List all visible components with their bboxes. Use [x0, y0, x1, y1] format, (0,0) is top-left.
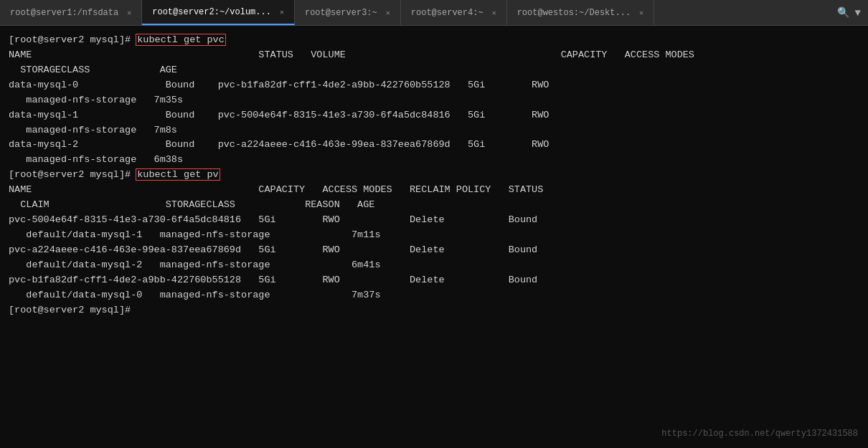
- terminal-line-13: pvc-5004e64f-8315-41e3-a730-6f4a5dc84816…: [9, 213, 859, 228]
- terminal-line-12: CLAIM STORAGECLASS REASON AGE: [9, 198, 859, 213]
- terminal-line-9: managed-nfs-storage 6m38s: [9, 153, 859, 168]
- tab-label: root@server1:/nfsdata: [10, 8, 118, 18]
- terminal[interactable]: [root@server2 mysql]# kubectl get pvc NA…: [0, 26, 868, 448]
- terminal-line-15: pvc-a224aeee-c416-463e-99ea-837eea67869d…: [9, 243, 859, 258]
- terminal-line-16: default/data-mysql-2 managed-nfs-storage…: [9, 258, 859, 273]
- tab-bar: root@server1:/nfsdata ✕ root@server2:~/v…: [0, 0, 868, 26]
- search-icon[interactable]: 🔍: [837, 6, 849, 19]
- cmd-get-pvc: kubectl get pvc: [136, 34, 225, 45]
- prompt-3: [root@server2 mysql]#: [9, 305, 136, 315]
- tab-label: root@server4:~: [411, 8, 483, 18]
- tab-server3[interactable]: root@server3:~ ✕: [295, 0, 401, 25]
- tab-icons: 🔍 ▼: [830, 0, 868, 25]
- tab-westos[interactable]: root@westos:~/Deskt... ✕: [507, 0, 654, 25]
- tab-label: root@server2:~/volum...: [152, 7, 271, 17]
- watermark: https://blog.csdn.net/qwerty1372431588: [661, 427, 858, 441]
- terminal-line-5: managed-nfs-storage 7m35s: [9, 93, 859, 108]
- terminal-line-6: data-mysql-1 Bound pvc-5004e64f-8315-41e…: [9, 108, 859, 123]
- prompt: [root@server2 mysql]#: [9, 34, 136, 45]
- tab-label: root@server3:~: [305, 8, 377, 18]
- cmd-get-pv: kubectl get pv: [136, 169, 219, 180]
- terminal-line-14: default/data-mysql-1 managed-nfs-storage…: [9, 228, 859, 243]
- terminal-line-7: managed-nfs-storage 7m8s: [9, 123, 859, 138]
- prompt-2: [root@server2 mysql]#: [9, 169, 136, 180]
- terminal-line-11: NAME CAPACITY ACCESS MODES RECLAIM POLIC…: [9, 183, 859, 198]
- tab-label: root@westos:~/Deskt...: [517, 8, 631, 18]
- terminal-line-4: data-mysql-0 Bound pvc-b1fa82df-cff1-4de…: [9, 78, 859, 93]
- tab-close-server3[interactable]: ✕: [386, 9, 390, 17]
- tab-close-server4[interactable]: ✕: [492, 9, 496, 17]
- tab-close-server2[interactable]: ✕: [280, 8, 284, 16]
- terminal-line-1: [root@server2 mysql]# kubectl get pvc: [9, 33, 859, 48]
- terminal-line-19: [root@server2 mysql]#: [9, 303, 859, 318]
- terminal-line-17: pvc-b1fa82df-cff1-4de2-a9bb-422760b55128…: [9, 273, 859, 288]
- terminal-line-8: data-mysql-2 Bound pvc-a224aeee-c416-463…: [9, 138, 859, 153]
- terminal-line-2: NAME STATUS VOLUME CAPACITY ACCESS MODES: [9, 48, 859, 63]
- tab-close-westos[interactable]: ✕: [639, 9, 643, 17]
- tab-server1[interactable]: root@server1:/nfsdata ✕: [0, 0, 142, 25]
- terminal-line-3: STORAGECLASS AGE: [9, 63, 859, 78]
- terminal-line-18: default/data-mysql-0 managed-nfs-storage…: [9, 288, 859, 303]
- terminal-line-10: [root@server2 mysql]# kubectl get pv: [9, 168, 859, 183]
- tab-close-server1[interactable]: ✕: [127, 9, 131, 17]
- tab-server4[interactable]: root@server4:~ ✕: [401, 0, 507, 25]
- menu-icon[interactable]: ▼: [855, 7, 861, 19]
- tab-server2[interactable]: root@server2:~/volum... ✕: [142, 0, 295, 25]
